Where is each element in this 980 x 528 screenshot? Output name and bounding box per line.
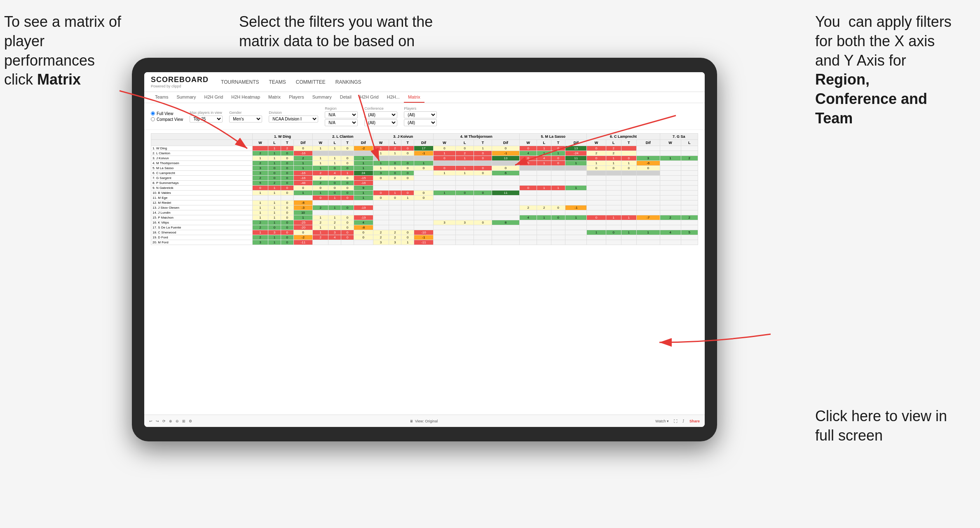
players-y-select[interactable]: (All) — [404, 119, 437, 126]
col-header-3: 3. J Koivun — [373, 134, 433, 140]
matrix-cell — [474, 196, 492, 200]
matrix-cell — [252, 196, 268, 200]
matrix-cell — [606, 181, 621, 186]
nav-committee[interactable]: COMMITTEE — [296, 78, 326, 87]
view-original-label[interactable]: View: Original — [415, 419, 438, 423]
sub-nav-matrix-active[interactable]: Matrix — [404, 92, 424, 103]
matrix-cell: 1 — [268, 161, 281, 166]
matrix-cell — [621, 220, 636, 225]
fullscreen-icon[interactable]: ⛶ — [674, 419, 678, 423]
division-select[interactable]: NCAA Division I — [269, 116, 318, 123]
matrix-cell — [606, 191, 621, 196]
settings-icon[interactable]: ⚙ — [189, 419, 192, 423]
region-x-select[interactable]: N/A — [325, 111, 358, 118]
matrix-cell: 0 — [341, 191, 354, 196]
matrix-cell: 0 — [389, 176, 401, 181]
sub-nav-h2h-heatmap[interactable]: H2H Heatmap — [227, 92, 264, 103]
zoom-out-icon[interactable]: ⊖ — [176, 419, 179, 423]
player-name-cell: 13. J Skov Olesen — [151, 205, 253, 210]
redo-icon[interactable]: ↪ — [156, 419, 159, 423]
matrix-cell: 1 — [414, 161, 434, 166]
matrix-cell: 1 — [268, 220, 281, 225]
matrix-cell — [606, 240, 621, 245]
matrix-cell: 1 — [252, 156, 268, 161]
nav-rankings[interactable]: RANKINGS — [335, 78, 361, 87]
matrix-cell: 1 — [268, 200, 281, 205]
matrix-cell — [414, 186, 434, 191]
matrix-cell — [551, 220, 565, 225]
col-header-blank — [151, 134, 253, 140]
sub-h-l2: L — [328, 140, 341, 146]
region-y-select[interactable]: N/A — [325, 119, 358, 126]
matrix-cell — [519, 200, 537, 205]
conference-x-select[interactable]: (All) — [364, 111, 397, 118]
max-players-select[interactable]: Top 25 — [190, 116, 223, 123]
matrix-cell: 0 — [328, 191, 341, 196]
matrix-cell — [681, 186, 698, 191]
sub-nav-detail[interactable]: Detail — [336, 92, 356, 103]
sub-nav-h2h-grid[interactable]: H2H Grid — [200, 92, 227, 103]
nav-tournaments[interactable]: TOURNAMENTS — [221, 78, 259, 87]
matrix-cell: 0 — [456, 146, 474, 151]
annotation-top-center: Select the filters you want the matrix d… — [239, 12, 445, 51]
matrix-cell: 1 — [252, 200, 268, 205]
gender-select[interactable]: Men's — [229, 116, 262, 123]
matrix-cell — [660, 166, 681, 171]
watch-button[interactable]: Watch ▾ — [655, 419, 669, 423]
matrix-cell: 0 — [551, 161, 565, 166]
matrix-cell: 2 — [681, 215, 698, 220]
zoom-icon[interactable]: ⊕ — [169, 419, 172, 423]
matrix-cell: 1 — [456, 166, 474, 171]
undo-icon[interactable]: ↩ — [149, 419, 152, 423]
sub-nav-summary[interactable]: Summary — [172, 92, 200, 103]
matrix-cell: 0 — [492, 146, 520, 151]
matrix-cell — [551, 210, 565, 215]
share-icon[interactable]: ⤴ — [682, 419, 685, 423]
sub-nav-summary2[interactable]: Summary — [308, 92, 336, 103]
matrix-cell: 1 — [401, 240, 414, 245]
matrix-cell — [681, 196, 698, 200]
matrix-cell — [433, 205, 455, 210]
matrix-cell — [373, 210, 389, 215]
matrix-cell — [621, 200, 636, 205]
matrix-cell — [587, 176, 606, 181]
matrix-cell: 0 — [401, 166, 414, 171]
gender-filter: Gender Men's — [229, 111, 262, 123]
grid-icon[interactable]: ⊞ — [182, 419, 185, 423]
matrix-cell — [474, 240, 492, 245]
full-view-option[interactable]: Full View — [151, 111, 183, 116]
matrix-cell: 1 — [621, 215, 636, 220]
matrix-cell: 0 — [401, 171, 414, 176]
sub-nav-players[interactable]: Players — [285, 92, 308, 103]
matrix-cell: -19 — [354, 205, 373, 210]
matrix-cell — [328, 200, 341, 205]
sub-nav-h2h-grid2[interactable]: H2H Grid — [356, 92, 383, 103]
col-header-7: 7. G Sa — [660, 134, 698, 140]
refresh-icon[interactable]: ⟳ — [162, 419, 166, 423]
conference-y-select[interactable]: (All) — [364, 119, 397, 126]
compact-view-option[interactable]: Compact View — [151, 117, 183, 122]
sub-nav-h2h2[interactable]: H2H... — [383, 92, 404, 103]
matrix-cell — [354, 240, 373, 245]
matrix-cell — [565, 200, 587, 205]
matrix-cell: 1 — [252, 210, 268, 215]
players-x-select[interactable]: (All) — [404, 111, 437, 118]
matrix-cell: 3 — [389, 240, 401, 245]
matrix-cell: 0 — [341, 146, 354, 151]
matrix-cell: 5 — [681, 230, 698, 235]
matrix-cell — [565, 176, 587, 181]
matrix-cell: 0 — [281, 210, 293, 215]
matrix-cell: 0 — [281, 235, 293, 240]
sub-nav-teams[interactable]: Teams — [151, 92, 172, 103]
sub-nav-matrix[interactable]: Matrix — [264, 92, 285, 103]
nav-teams[interactable]: TEAMS — [269, 78, 286, 87]
matrix-cell: 1 — [354, 161, 373, 166]
matrix-cell: 1 — [293, 215, 313, 220]
matrix-cell: 0 — [414, 166, 434, 171]
matrix-cell — [401, 200, 414, 205]
share-button[interactable]: Share — [689, 419, 700, 423]
matrix-cell — [519, 166, 537, 171]
matrix-cell: 0 — [519, 156, 537, 161]
matrix-cell — [519, 210, 537, 215]
matrix-cell — [660, 205, 681, 210]
